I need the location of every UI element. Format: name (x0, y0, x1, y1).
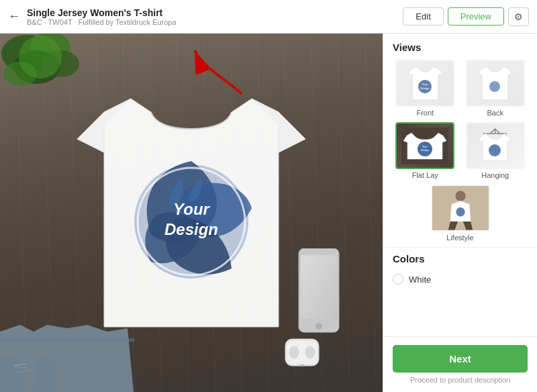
phone-svg (295, 248, 342, 336)
header: ← Single Jersey Women's T-shirt B&C · TW… (0, 0, 537, 34)
view-label-lifestyle: Lifestyle (446, 234, 473, 242)
gear-icon: ⚙ (514, 11, 523, 22)
svg-text:Your: Your (422, 83, 428, 86)
sidebar-footer: Next Proceed to product description (383, 336, 537, 392)
svg-rect-12 (301, 255, 337, 319)
image-panel: Your Design (0, 34, 383, 392)
view-thumb-flat-lay: Your Design (395, 122, 454, 169)
svg-point-23 (489, 81, 500, 92)
product-title: Single Jersey Women's T-shirt (27, 7, 403, 18)
back-button[interactable]: ← (8, 9, 20, 23)
earbuds-decoration (275, 336, 329, 379)
svg-text:Your: Your (422, 146, 428, 148)
svg-point-13 (315, 323, 322, 330)
design-svg: Your Design (124, 154, 258, 289)
next-sublabel: Proceed to product description (393, 376, 528, 384)
view-thumb-hanging (466, 122, 525, 169)
views-section: Views Your Design Fr (383, 34, 537, 247)
back-thumb-bg (467, 61, 524, 105)
svg-point-16 (289, 346, 299, 358)
view-item-front[interactable]: Your Design Front (393, 60, 458, 117)
next-button[interactable]: Next (393, 345, 528, 373)
view-item-flat-lay[interactable]: Your Design Flat Lay (393, 122, 458, 179)
view-thumb-lifestyle (431, 185, 490, 232)
view-label-flat-lay: Flat Lay (412, 171, 438, 179)
color-dot-white (393, 274, 403, 285)
svg-point-33 (455, 191, 465, 201)
sidebar: Views Your Design Fr (383, 34, 537, 392)
mockup-background: Your Design (0, 34, 383, 392)
view-item-lifestyle[interactable]: Lifestyle (431, 185, 490, 242)
back-arrow-icon: ← (8, 9, 20, 23)
hanging-thumb-svg (477, 126, 514, 166)
earbuds-svg (275, 336, 329, 376)
preview-button[interactable]: Preview (448, 7, 504, 26)
hanging-thumb-bg (467, 124, 524, 168)
edit-button[interactable]: Edit (403, 7, 443, 26)
view-thumb-back (466, 60, 525, 107)
flat-thumb-bg: Your Design (397, 124, 453, 168)
view-label-hanging: Hanging (481, 171, 509, 179)
colors-section: Colors White (383, 247, 537, 293)
plant-svg (0, 34, 87, 107)
plant-decoration (0, 34, 81, 101)
phone-decoration (295, 248, 342, 338)
svg-rect-18 (300, 364, 304, 366)
view-item-back[interactable]: Back (463, 60, 528, 117)
svg-point-31 (489, 144, 501, 156)
svg-text:Design: Design (420, 87, 430, 90)
svg-text:Design: Design (164, 220, 218, 238)
svg-point-5 (19, 36, 62, 79)
views-title: Views (393, 42, 528, 53)
view-label-back: Back (487, 109, 503, 117)
main-area: Your Design (0, 34, 537, 392)
settings-button[interactable]: ⚙ (508, 7, 529, 26)
colors-title: Colors (393, 253, 528, 264)
back-thumb-svg (477, 63, 514, 103)
lifestyle-thumb-svg (432, 185, 489, 231)
svg-text:Your: Your (173, 200, 210, 218)
header-actions: Edit Preview ⚙ (403, 7, 529, 26)
views-grid: Your Design Front (393, 60, 528, 179)
color-item-white[interactable]: White (393, 271, 528, 287)
flat-thumb-svg: Your Design (401, 128, 448, 164)
view-item-hanging[interactable]: Hanging (463, 122, 528, 179)
svg-text:Design: Design (421, 149, 429, 152)
product-info: Single Jersey Women's T-shirt B&C · TW04… (27, 7, 403, 26)
tshirt-container: Your Design (64, 72, 319, 354)
view-label-front: Front (416, 109, 434, 117)
svg-point-17 (305, 346, 315, 358)
front-thumb-svg: Your Design (407, 63, 444, 103)
view-thumb-front: Your Design (395, 60, 454, 107)
lifestyle-thumb-bg (432, 186, 489, 230)
front-thumb-bg: Your Design (397, 61, 453, 105)
svg-point-34 (456, 207, 465, 216)
product-subtitle: B&C · TW04T · Fulfilled by Textildruck E… (27, 18, 403, 26)
tshirt-design: Your Design (124, 154, 258, 291)
color-name-white: White (409, 275, 431, 285)
